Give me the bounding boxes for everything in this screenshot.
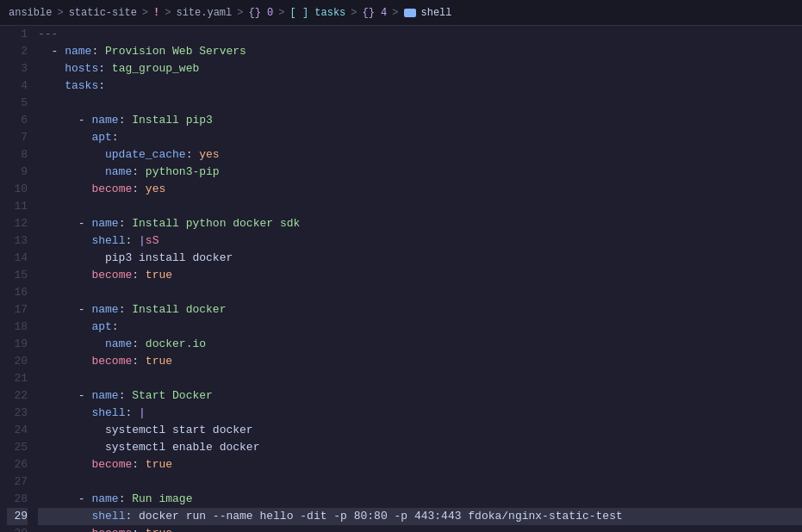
code-line-11: [38, 198, 802, 215]
code-content[interactable]: --- - name: Provision Web Servers hosts:…: [34, 26, 802, 532]
line-number-21: 21: [7, 370, 28, 387]
token: name: [105, 336, 132, 353]
token: hosts: [65, 60, 98, 77]
line-number-27: 27: [7, 473, 28, 491]
token: [38, 77, 65, 95]
code-line-7: apt:: [38, 129, 802, 146]
token: -: [78, 112, 92, 129]
token: pip3 install docker: [105, 250, 233, 267]
line-number-9: 9: [7, 164, 28, 181]
line-number-10: 10: [7, 181, 28, 198]
token: update_cache: [105, 146, 186, 164]
token: :: [132, 164, 146, 181]
token: :: [112, 319, 119, 336]
token: -: [78, 215, 92, 232]
line-number-3: 3: [7, 60, 28, 77]
code-line-15: become: true: [38, 267, 802, 284]
token: name: [65, 43, 91, 60]
breadcrumb-static-site[interactable]: static-site: [69, 7, 137, 19]
code-line-18: apt:: [38, 319, 802, 336]
token: sS: [146, 232, 159, 250]
token: Start Docker: [132, 387, 213, 405]
breadcrumb-siteyaml[interactable]: site.yaml: [176, 7, 232, 19]
token: :: [119, 301, 133, 319]
token: :: [125, 405, 139, 422]
code-line-29: shell: docker run --name hello -dit -p 8…: [38, 508, 802, 525]
token: true: [146, 353, 172, 370]
token: systemctl start docker: [105, 422, 253, 439]
code-line-25: systemctl enable docker: [38, 439, 802, 456]
token: :: [125, 232, 139, 250]
breadcrumb-bar: ansible > static-site > ! > site.yaml > …: [0, 0, 802, 26]
token: true: [146, 456, 172, 473]
warning-icon: !: [153, 7, 159, 19]
token: [38, 181, 91, 198]
token: shell: [91, 232, 125, 250]
line-number-1: 1: [7, 26, 28, 43]
token: :: [98, 60, 112, 77]
token: Install pip3: [132, 112, 213, 129]
breadcrumb-tasks[interactable]: [ ] tasks: [289, 7, 345, 19]
line-number-19: 19: [7, 336, 28, 353]
token: [38, 491, 78, 508]
code-line-24: systemctl start docker: [38, 422, 802, 439]
token: Run image: [132, 491, 192, 508]
code-line-16: [38, 284, 802, 301]
sep3: >: [165, 7, 171, 19]
code-line-21: [38, 370, 802, 387]
token: python3-pip: [146, 164, 220, 181]
token: [38, 267, 91, 284]
code-line-17: - name: Install docker: [38, 301, 802, 319]
token: [38, 387, 78, 405]
breadcrumb-shell[interactable]: shell: [421, 7, 452, 19]
token: apt: [91, 129, 111, 146]
token: [38, 353, 91, 370]
token: name: [91, 215, 118, 232]
code-line-5: [38, 95, 802, 112]
token: tag_group_web: [112, 60, 199, 77]
line-number-15: 15: [7, 267, 28, 284]
line-number-17: 17: [7, 301, 28, 319]
code-line-9: name: python3-pip: [38, 164, 802, 181]
code-line-6: - name: Install pip3: [38, 112, 802, 129]
token: shell: [91, 405, 125, 422]
breadcrumb-ansible[interactable]: ansible: [9, 7, 52, 19]
token: [38, 250, 105, 267]
code-line-20: become: true: [38, 353, 802, 370]
token: Install docker: [132, 301, 226, 319]
token: :: [132, 181, 146, 198]
token: tasks: [65, 77, 98, 95]
token: yes: [199, 146, 219, 164]
code-line-10: become: yes: [38, 181, 802, 198]
token: :: [119, 387, 133, 405]
code-line-26: become: true: [38, 456, 802, 473]
token: -: [52, 43, 65, 60]
breadcrumb-obj4[interactable]: {} 4: [363, 7, 388, 19]
sep4: >: [237, 7, 243, 19]
token: ---: [38, 26, 58, 43]
line-number-5: 5: [7, 95, 28, 112]
token: [38, 319, 91, 336]
line-number-18: 18: [7, 319, 28, 336]
code-line-22: - name: Start Docker: [38, 387, 802, 405]
token: docker.io: [146, 336, 206, 353]
sep7: >: [392, 7, 398, 19]
token: become: [91, 267, 132, 284]
line-number-11: 11: [7, 198, 28, 215]
line-number-25: 25: [7, 439, 28, 456]
token: become: [91, 181, 132, 198]
token: name: [91, 491, 118, 508]
token: [38, 215, 78, 232]
line-number-26: 26: [7, 456, 28, 473]
editor: 1234567891011121314151617181920212223242…: [0, 26, 802, 532]
breadcrumb-obj0[interactable]: {} 0: [248, 7, 273, 19]
code-line-30: become: true: [38, 525, 802, 532]
token: -: [78, 491, 92, 508]
shell-icon: [404, 9, 416, 17]
line-number-12: 12: [7, 215, 28, 232]
token: [38, 60, 65, 77]
token: true: [146, 267, 172, 284]
line-number-8: 8: [7, 146, 28, 164]
line-number-4: 4: [7, 77, 28, 95]
token: become: [91, 456, 132, 473]
